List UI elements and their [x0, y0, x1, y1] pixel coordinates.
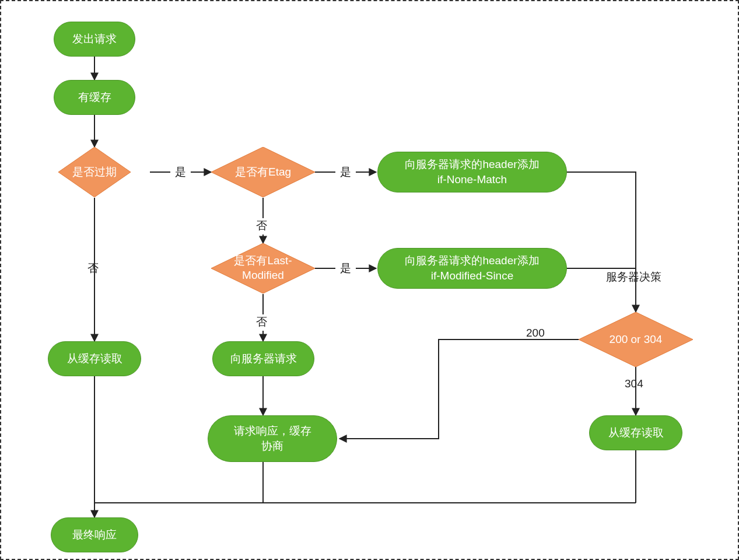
node-has-etag-label: 是否有Etag [235, 165, 291, 180]
node-req-server-label: 向服务器请求 [230, 351, 297, 366]
node-add-inm-label: 向服务器请求的header添加 if-None-Match [405, 157, 539, 187]
label-no-2: 否 [256, 218, 267, 233]
label-no-3: 否 [256, 314, 267, 330]
node-add-inm: 向服务器请求的header添加 if-None-Match [377, 152, 567, 192]
label-yes-1: 是 [175, 164, 186, 180]
node-has-cache-label: 有缓存 [78, 90, 111, 105]
node-read-cache-1-label: 从缓存读取 [67, 351, 122, 366]
node-resp-nego-label: 请求响应，缓存 协商 [234, 424, 311, 453]
node-resp-nego: 请求响应，缓存 协商 [208, 415, 337, 462]
flowchart-canvas: 发出请求 有缓存 向服务器请求的header添加 if-None-Match 向… [0, 0, 739, 560]
node-has-cache: 有缓存 [54, 80, 135, 115]
node-add-ims: 向服务器请求的header添加 if-Modified-Since [377, 248, 567, 289]
node-add-ims-label: 向服务器请求的header添加 if-Modified-Since [405, 253, 539, 283]
node-req-server: 向服务器请求 [212, 341, 314, 376]
node-has-etag: 是否有Etag [211, 147, 315, 197]
label-yes-3: 是 [340, 261, 351, 276]
label-200: 200 [526, 327, 545, 340]
node-has-lm-label: 是否有Last- Modified [222, 254, 304, 282]
node-has-lm: 是否有Last- Modified [211, 243, 315, 293]
node-decide-label: 200 or 304 [610, 332, 663, 347]
node-expired: 是否过期 [58, 147, 131, 197]
label-yes-2: 是 [340, 164, 351, 180]
label-304: 304 [625, 377, 643, 390]
node-expired-label: 是否过期 [72, 165, 117, 180]
label-server-policy: 服务器决策 [606, 270, 661, 285]
node-start: 发出请求 [54, 22, 135, 57]
node-decide: 200 or 304 [579, 312, 693, 367]
label-no-1: 否 [87, 261, 99, 276]
node-read-cache-1: 从缓存读取 [48, 341, 141, 376]
node-final: 最终响应 [51, 517, 138, 552]
node-read-cache-2: 从缓存读取 [589, 415, 682, 450]
node-read-cache-2-label: 从缓存读取 [608, 425, 664, 440]
node-start-label: 发出请求 [72, 32, 117, 47]
node-final-label: 最终响应 [72, 527, 117, 542]
